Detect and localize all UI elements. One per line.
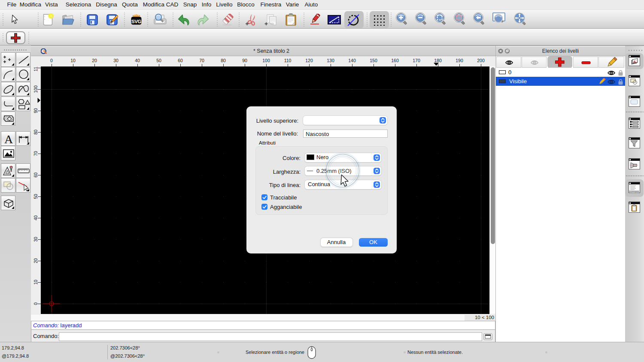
svg-text:190: 190	[456, 58, 463, 63]
svg-text:0: 0	[33, 302, 38, 305]
svg-text:200: 200	[477, 58, 485, 63]
svg-text:170: 170	[413, 58, 420, 63]
svg-text:20: 20	[33, 258, 38, 263]
svg-text:40: 40	[33, 215, 38, 220]
svg-text:30: 30	[33, 237, 38, 242]
svg-text:100: 100	[262, 58, 270, 63]
svg-text:90: 90	[33, 108, 38, 113]
svg-text:10: 10	[70, 58, 76, 63]
svg-text:50: 50	[33, 194, 38, 199]
svg-text:40: 40	[135, 58, 140, 63]
svg-text:60: 60	[33, 172, 38, 178]
svg-text:110: 110	[284, 58, 292, 63]
svg-text:command: command	[630, 191, 638, 193]
svg-text:10: 10	[33, 280, 38, 285]
svg-text:50: 50	[156, 58, 161, 63]
svg-text:90: 90	[242, 58, 247, 63]
svg-text:30: 30	[113, 58, 118, 63]
svg-text:160: 160	[391, 58, 399, 63]
svg-text:150: 150	[370, 58, 377, 63]
svg-text:70: 70	[33, 151, 38, 156]
svg-text:70: 70	[199, 58, 204, 63]
svg-text:110: 110	[33, 66, 38, 71]
svg-text:130: 130	[327, 58, 334, 63]
svg-text:A: A	[4, 133, 13, 146]
svg-text:140: 140	[348, 58, 356, 63]
svg-text:100: 100	[33, 85, 38, 93]
svg-text:60: 60	[178, 58, 183, 63]
svg-text:SVG: SVG	[131, 19, 141, 24]
svg-text:20: 20	[92, 58, 97, 63]
svg-text:80: 80	[33, 130, 38, 135]
svg-text:0: 0	[50, 58, 53, 63]
svg-text:80: 80	[221, 58, 226, 63]
svg-text:120: 120	[305, 58, 313, 63]
svg-text:180: 180	[434, 58, 442, 63]
